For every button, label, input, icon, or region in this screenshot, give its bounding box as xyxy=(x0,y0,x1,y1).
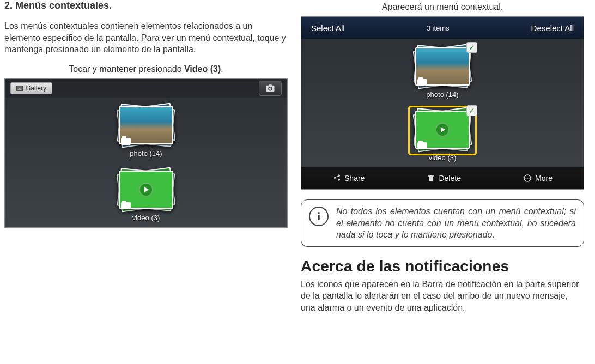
left-column: 2. Menús contextuales. Los menús context… xyxy=(4,0,288,364)
more-button[interactable]: More xyxy=(523,174,552,183)
caption-video3-post: . xyxy=(221,64,223,74)
gallery1-body: photo (14) video (3) xyxy=(5,98,287,227)
gallery-chip[interactable]: Gallery xyxy=(10,82,52,94)
svg-point-1 xyxy=(525,178,526,179)
photo-label: photo (14) xyxy=(410,90,475,99)
share-icon xyxy=(332,174,341,183)
folder-icon xyxy=(417,142,427,149)
photo-stack xyxy=(113,103,179,149)
svg-point-2 xyxy=(527,178,528,179)
folder-icon xyxy=(121,202,131,209)
video-label: video (3) xyxy=(410,154,475,162)
video-stack xyxy=(113,167,179,214)
section-heading-2: 2. Menús contextuales. xyxy=(4,0,288,11)
selection-topbar: Select All 3 items Deselect All xyxy=(301,17,584,39)
gallery-screenshot-2: Select All 3 items Deselect All ✓ photo … xyxy=(301,16,584,190)
camera-icon xyxy=(265,83,275,93)
photo-album-group[interactable]: ✓ photo (14) xyxy=(410,44,475,99)
picture-icon xyxy=(16,86,23,91)
info-callout: i No todos los elementos cuentan con un … xyxy=(301,199,584,247)
more-icon xyxy=(523,174,532,183)
delete-label: Delete xyxy=(439,174,460,183)
share-button[interactable]: Share xyxy=(332,174,365,183)
context-bottombar: Share Delete More xyxy=(301,167,584,189)
gallery-screenshot-1: Gallery photo (14) xyxy=(4,78,288,228)
caption-video3: Tocar y mantener presionado Video (3). xyxy=(4,64,288,74)
gallery1-topbar: Gallery xyxy=(5,79,287,98)
video-label: video (3) xyxy=(113,214,179,222)
photo-album-group[interactable]: photo (14) xyxy=(113,103,179,157)
right-column: Aparecerá un menú contextual. Select All… xyxy=(301,0,584,364)
folder-icon xyxy=(417,79,427,86)
heading-notifications: Acerca de las notificaciones xyxy=(301,258,584,275)
delete-button[interactable]: Delete xyxy=(427,174,460,183)
photo-label: photo (14) xyxy=(113,149,179,157)
svg-point-3 xyxy=(529,178,530,179)
play-icon xyxy=(139,183,153,197)
caption-video3-bold: Video (3) xyxy=(184,64,221,74)
info-icon: i xyxy=(309,207,329,226)
caption-video3-pre: Tocar y mantener presionado xyxy=(69,64,184,74)
more-label: More xyxy=(535,174,552,183)
info-text: No todos los elementos cuentan con un me… xyxy=(336,205,576,241)
video-stack-selected: ✓ xyxy=(410,107,475,154)
trash-icon xyxy=(427,174,435,183)
deselect-all-button[interactable]: Deselect All xyxy=(531,23,574,33)
notifications-paragraph: Los iconos que aparecen en la Barra de n… xyxy=(301,278,584,314)
gallery2-body: ✓ photo (14) ✓ video (3) xyxy=(301,39,584,167)
selection-count: 3 items xyxy=(427,24,450,32)
context-menu-intro: Los menús contextuales contienen element… xyxy=(4,20,288,56)
caption-context-appears: Aparecerá un menú contextual. xyxy=(301,2,584,12)
checkmark-icon: ✓ xyxy=(466,105,477,116)
share-label: Share xyxy=(344,174,365,183)
folder-icon xyxy=(121,138,131,145)
gallery-chip-label: Gallery xyxy=(26,84,46,92)
checkmark-icon: ✓ xyxy=(466,42,477,53)
photo-stack: ✓ xyxy=(410,44,475,90)
select-all-button[interactable]: Select All xyxy=(311,23,345,33)
video-album-group-selected[interactable]: ✓ video (3) xyxy=(410,107,475,162)
camera-button[interactable] xyxy=(259,81,282,96)
video-album-group[interactable]: video (3) xyxy=(113,167,179,222)
play-icon xyxy=(435,123,450,137)
